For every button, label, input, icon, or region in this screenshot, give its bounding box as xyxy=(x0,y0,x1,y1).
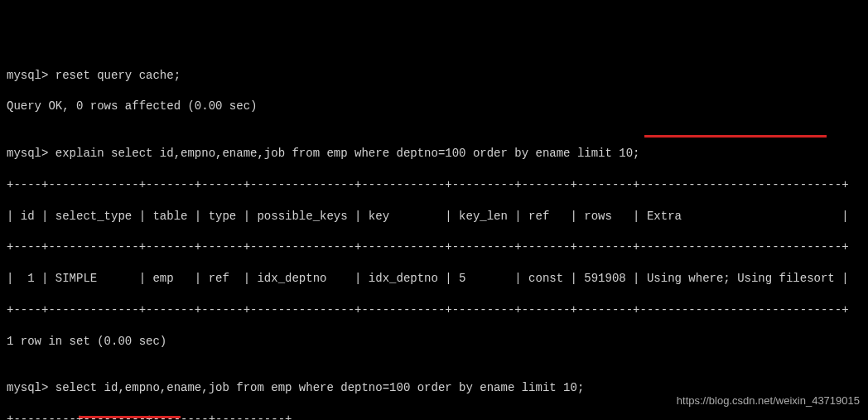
term-line-tblhdr-explain: | id | select_type | table | type | poss… xyxy=(7,209,861,224)
watermark-url: https://blog.csdn.net/weixin_43719015 xyxy=(677,393,860,408)
term-line-explain-footer: 1 row in set (0.00 sec) xyxy=(7,334,861,350)
term-line-prompt-reset: mysql> reset query cache; xyxy=(7,68,861,84)
term-line-prompt-explain: mysql> explain select id,empno,ename,job… xyxy=(7,146,861,162)
term-line-tblsep: +----+-------------+-------+------+-----… xyxy=(7,239,861,255)
term-line-tblsep: +----+-------------+-------+------+-----… xyxy=(7,177,861,193)
highlight-underline-extra xyxy=(644,135,827,138)
term-line-explain-row: | 1 | SIMPLE | emp | ref | idx_deptno | … xyxy=(7,271,861,287)
term-line-reset-result: Query OK, 0 rows affected (0.00 sec) xyxy=(7,99,861,114)
highlight-underline-timing xyxy=(79,416,181,418)
term-line-tblsep: +----+-------------+-------+------+-----… xyxy=(7,302,861,318)
